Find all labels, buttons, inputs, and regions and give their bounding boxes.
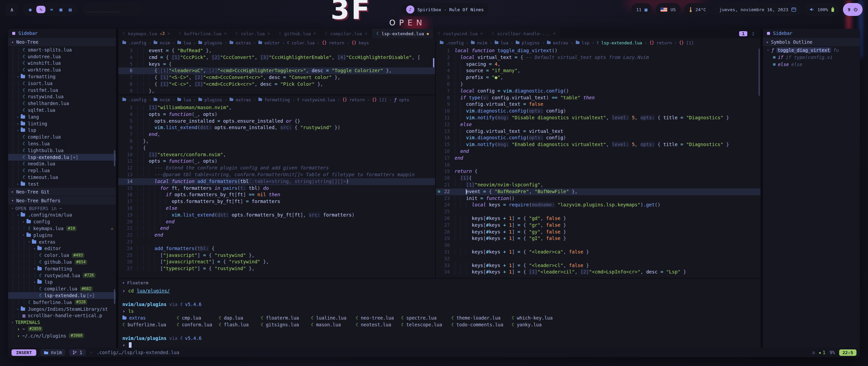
tree-item[interactable]: │ ›~#2859 [8,326,116,332]
breadcrumb-label[interactable]: lua [183,97,191,102]
close-icon[interactable]: × [268,31,270,36]
terminal[interactable]: ›cdlua/plugins/ nvim/lua/pluginsvia☾v5.4… [118,287,761,348]
code-line[interactable]: 9 { [118,145,435,151]
editor-tab[interactable]: ☾lsp-extended.lua● [372,29,434,38]
code-line[interactable]: 24 add_formatters(tbl: { [118,245,435,252]
breadcrumb-label[interactable]: [2] [379,97,387,102]
code-line[interactable]: 5 prefix = "●", [436,74,761,81]
code-line[interactable]: 12 else [436,121,761,128]
code-area[interactable]: 3 [1]"williamboman/mason.nvim",4 opts = … [118,104,435,278]
tree-item[interactable]: │ │ │ ☾bufferline.lua#328 [8,299,116,306]
file-listing-item[interactable]: ☾dap.lua [219,315,261,321]
file-listing-item[interactable]: extras [122,315,177,321]
tree-item[interactable]: │ │ │ ☾keymaps.lua#10⚠ [8,225,116,232]
close-icon[interactable]: × [365,31,367,36]
code-line[interactable]: 15 vim.notify(msg: "Enabled diagnostics … [436,141,761,148]
editor-tab[interactable]: ☾scrollbar-handle-...× [488,29,560,38]
code-line[interactable]: 3 spacing = 4, [436,61,761,68]
code-line[interactable]: 30 [436,242,761,249]
code-area[interactable]: 3 event = { "BufRead" },4 cmd = { [1]"Cc… [118,47,435,95]
file-listing-item[interactable]: ☾telescope.lua [401,322,451,327]
code-line[interactable]: 8 if type(v: config.virtual_text) == "ta… [436,95,761,101]
tree-item[interactable]: │ │ ☾compiler.lua [8,134,116,140]
close-icon[interactable]: × [167,31,170,36]
breadcrumb-label[interactable]: rustywind.lua [302,97,335,102]
code-line[interactable]: 9 config.virtual_text = false [436,101,761,108]
code-line[interactable]: 19return { [436,168,761,175]
neotree-git-section-header[interactable]: ▸ Neo-Tree Git [8,188,116,196]
breadcrumb-label[interactable]: return [329,40,344,45]
code-line[interactable]: 4 opts = function(_, opts) [118,111,435,118]
close-icon[interactable]: × [480,31,483,36]
breadcrumb-label[interactable]: [1] [686,40,694,45]
code-line[interactable]: 14 vim.diagnostic.config(opts: config) [436,135,761,141]
code-line[interactable]: 27 ["typescript"] = { "rustywind" }, [118,265,435,272]
code-line[interactable]: 6 vim.list_extend(dst: opts.ensure_insta… [118,124,435,131]
breadcrumb-label[interactable]: extras [553,40,568,45]
file-listing-item[interactable]: ☾flash.lua [219,322,261,327]
close-icon[interactable]: × [553,31,555,36]
tree-item[interactable]: │ ▸lang [8,114,116,120]
tree-item[interactable]: │ │ │ │ ▾editor [8,245,116,252]
tree-item[interactable]: │ │ ▾config [8,218,116,225]
code-line[interactable]: 29 keys[#keys + 1] = { "gI", false } [436,235,761,242]
breadcrumb-label[interactable]: extras [236,97,251,102]
tree-item[interactable]: │ │ ☾lsp-extended.lu[+] [8,154,116,161]
workspace-icon[interactable]: ✎ [36,6,45,13]
code-line[interactable]: 19 vim.list_extend(dst: opts.formatters_… [118,212,435,219]
code-line[interactable]: 5 opts.ensure_installed = opts.ensure_in… [118,118,435,125]
tree-item[interactable]: │ │ ☾shellharden.lua [8,100,116,107]
file-listing-item[interactable]: ☾yanky.lua [512,322,756,327]
scrollbar-thumb[interactable] [114,150,115,166]
code-line[interactable]: 4 source = "if_many", [436,67,761,74]
file-listing-item[interactable]: ☾conform.lua [177,322,219,327]
tree-item[interactable]: │ ▸linting [8,120,116,127]
close-icon[interactable]: × [224,31,226,36]
tree-item[interactable]: │ │ │ │ │ ☾rustywind.lua#726 [8,272,116,279]
workspace-icon[interactable]: ◉ [27,7,33,12]
breadcrumb-label[interactable]: return [350,97,365,102]
code-line[interactable]: 12 --- Extend the conform plugin config … [118,165,435,171]
workspace-icon[interactable]: ▤ [67,7,73,12]
code-line[interactable]: 8 }, [118,138,435,145]
breadcrumb-label[interactable]: keys [359,40,369,45]
tree-item[interactable]: │ ▸Juegos/Indies/SteamLibrary/st [8,306,116,312]
code-line[interactable]: 14 local function add_formatters(tbl :ta… [118,178,435,185]
workspace-icon[interactable]: ∞ [48,7,55,12]
keyboard-layout-widget[interactable]: US [656,3,680,16]
tree-item[interactable]: │ │ ☾rustywind.lua [8,94,116,100]
code-line[interactable]: 33 keys[#keys + 1] = { "<leader>cl", fal… [436,262,761,269]
outline-item[interactable]: ⊞elseelse [763,61,860,68]
terminal-line[interactable]: ›ls [122,308,756,314]
code-line[interactable]: 21 end [118,225,435,232]
code-line[interactable]: 16 end [436,148,761,155]
tree-item[interactable]: ▾OPEN BUFFERS in ~ [8,205,116,212]
file-listing-item[interactable]: ☾lualine.lua [311,315,356,321]
weather-widget[interactable]: 24°C [684,3,711,16]
breadcrumb-label[interactable]: lua [183,40,191,45]
tree-item[interactable]: │ │ │ │ ▾formatting [8,265,116,272]
code-line[interactable]: ⚙22 event = { "BufReadPre", "BufNewFile"… [436,188,761,195]
editor-tab[interactable]: ☾color.lua× [231,29,275,38]
editor-tab[interactable]: ☾bufferline.lua× [175,29,231,38]
outline-item[interactable]: ▾ƒtoggle_diag_virtextfu [763,46,860,54]
breadcrumb-label[interactable]: nvim [160,40,170,45]
file-listing-item[interactable]: ☾spectre.lua [401,315,451,321]
breadcrumb-label[interactable]: editor [264,40,280,45]
file-listing-item[interactable]: ☾mason.lua [311,322,356,327]
code-line[interactable]: 15 for ft, formatters in pairs(t: tbl) d… [118,185,435,192]
music-widget[interactable]: ♪ Spiritbox - Rule Of Nines [401,3,489,16]
breadcrumb-label[interactable]: lua [501,40,509,45]
tree-item[interactable]: │ │ ☾smart-splits.lua [8,46,116,53]
tree-item[interactable]: │ │ │ │ ▾lsp [8,279,116,286]
code-line[interactable]: 13 config.virtual_text = virtual_text [436,128,761,135]
file-listing-item[interactable]: ☾neotest.lua [356,322,401,327]
tree-item[interactable]: │ ▾lsp [8,127,116,134]
neotree-buffers-section-header[interactable]: ▾ Neo-Tree Buffers [8,197,116,205]
breadcrumb-label[interactable]: color.lua [292,40,315,45]
scrollbar-thumb[interactable] [758,48,760,96]
code-line[interactable]: 8 { [1]"<C-c>", [2]"<cmd>CccPick<cr>", d… [118,81,435,88]
code-line[interactable]: 11 vim.notify(msg: "Disable diagnostics … [436,115,761,121]
code-line[interactable]: 32 [436,256,761,262]
code-line[interactable]: 16 if opts.formatters_by_ft[ft] == nil t… [118,191,435,198]
